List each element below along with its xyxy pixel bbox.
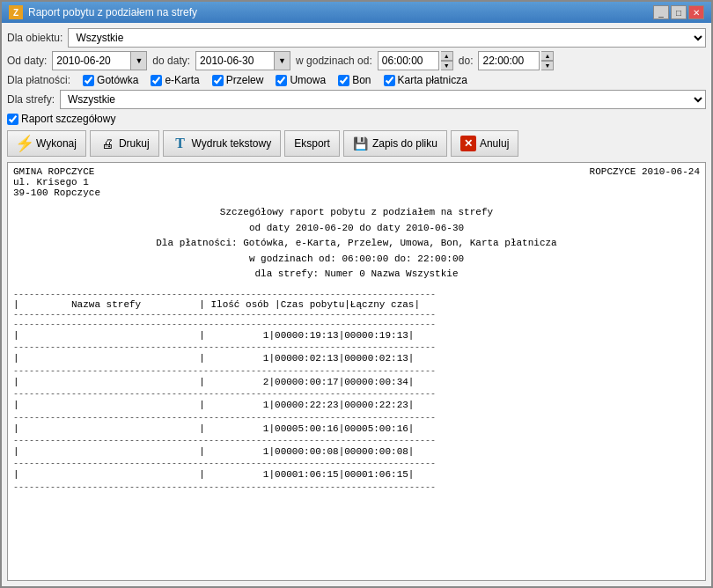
przelew-checkbox[interactable]: Przelew xyxy=(212,74,264,86)
row-separator-6: ----------------------------------------… xyxy=(13,459,700,468)
od-daty-arrow[interactable]: ▼ xyxy=(131,51,147,70)
row-separator-2: ----------------------------------------… xyxy=(13,366,700,376)
wykonaj-button[interactable]: ⚡ Wykonaj xyxy=(7,130,86,157)
title-line2: od daty 2010-06-20 do daty 2010-06-30 xyxy=(13,221,700,237)
do-time-input[interactable] xyxy=(478,51,540,70)
od-time-down[interactable]: ▼ xyxy=(441,61,453,70)
wykonaj-label: Wykonaj xyxy=(36,137,77,150)
report-date: ROPCZYCE 2010-06-24 xyxy=(590,166,700,198)
od-daty-label: Od daty: xyxy=(7,55,47,67)
table-row: | | 1|00000:00:08|00000:00:08| xyxy=(13,445,700,459)
od-time-group: ▲ ▼ xyxy=(378,51,453,70)
od-time-spin: ▲ ▼ xyxy=(441,51,453,70)
table-row: | | 1|00001:06:15|00001:06:15| xyxy=(13,468,700,481)
report-header: GMINA ROPCZYCE ul. Krisego 1 39-100 Ropc… xyxy=(13,166,700,198)
title-bar: Z Raport pobytu z podziałem na strefy _ … xyxy=(2,2,711,23)
minimize-button[interactable]: _ xyxy=(653,5,669,19)
printer-icon: 🖨 xyxy=(99,136,115,151)
table-row: | | 1|00000:19:13|00000:19:13| xyxy=(13,329,700,342)
raport-szczegoowy-checkbox[interactable]: Raport szczegółowy xyxy=(7,113,115,125)
od-daty-field: ▼ xyxy=(52,51,147,70)
w-godzinach-label: w godzinach od: xyxy=(296,55,372,67)
lightning-icon: ⚡ xyxy=(17,136,33,151)
karta-platnicza-checkbox[interactable]: Karta płatnicza xyxy=(384,74,467,86)
row-separator-3: ----------------------------------------… xyxy=(13,389,700,399)
do-daty-field: ▼ xyxy=(195,51,290,70)
dla-obiektu-select[interactable]: Wszystkie xyxy=(68,28,706,48)
close-button[interactable]: ✕ xyxy=(688,5,704,19)
content-area: Dla obiektu: Wszystkie Od daty: ▼ do dat… xyxy=(2,23,711,586)
drukuj-button[interactable]: 🖨 Drukuj xyxy=(90,130,159,157)
table-row: | | 1|00005:00:16|00005:00:16| xyxy=(13,423,700,436)
wydruk-tekstowy-button[interactable]: T Wydruk tekstowy xyxy=(163,130,282,157)
separator1: ----------------------------------------… xyxy=(13,290,700,299)
title-line1: Szczegółowy raport pobytu z podziałem na… xyxy=(13,205,700,221)
raport-szczegoowy-row: Raport szczegółowy xyxy=(7,113,706,125)
platnosci-row: Dla płatności: Gotówka e-Karta Przelew U… xyxy=(7,74,706,86)
report-date-text: ROPCZYCE 2010-06-24 xyxy=(590,166,700,177)
raport-szczegoowy-label: Raport szczegółowy xyxy=(21,113,115,125)
do-daty-input[interactable] xyxy=(195,51,275,70)
od-daty-input[interactable] xyxy=(52,51,131,70)
do-daty-label: do daty: xyxy=(152,55,190,67)
row-separator-1: ----------------------------------------… xyxy=(13,342,700,352)
title-line5: dla strefy: Numer 0 Nazwa Wszystkie xyxy=(13,267,700,283)
save-icon: 💾 xyxy=(353,136,369,151)
row-separator-5: ----------------------------------------… xyxy=(13,436,700,445)
row-separator-4: ----------------------------------------… xyxy=(13,413,700,423)
dla-strefy-select[interactable]: Wszystkie xyxy=(60,90,706,109)
od-time-input[interactable] xyxy=(378,51,439,70)
gotowka-checkbox[interactable]: Gotówka xyxy=(83,74,138,86)
company-line2: ul. Krisego 1 xyxy=(13,177,100,187)
report-rows: ----------------------------------------… xyxy=(13,320,700,492)
anuluj-button[interactable]: ✕ Anuluj xyxy=(451,130,518,157)
title-line4: w godzinach od: 06:00:00 do: 22:00:00 xyxy=(13,252,700,268)
table-row: | | 1|00000:02:13|00000:02:13| xyxy=(13,352,700,365)
maximize-button[interactable]: □ xyxy=(671,5,687,19)
text-icon: T xyxy=(173,136,188,151)
app-icon: Z xyxy=(9,5,23,19)
row-separator-final: ----------------------------------------… xyxy=(13,482,700,492)
do-time-spin: ▲ ▼ xyxy=(541,51,554,70)
dla-platnosci-label: Dla płatności: xyxy=(7,74,70,86)
row-separator-0: ----------------------------------------… xyxy=(13,320,700,329)
ekarta-checkbox[interactable]: e-Karta xyxy=(151,74,199,86)
title-line3: Dla płatności: Gotówka, e-Karta, Przelew… xyxy=(13,236,700,252)
toolbar: ⚡ Wykonaj 🖨 Drukuj T Wydruk tekstowy Eks… xyxy=(7,129,706,158)
company-line3: 39-100 Ropczyce xyxy=(13,187,100,198)
do-time-up[interactable]: ▲ xyxy=(541,51,554,61)
company-info: GMINA ROPCZYCE ul. Krisego 1 39-100 Ropc… xyxy=(13,166,100,198)
separator2: ----------------------------------------… xyxy=(13,310,700,320)
eksport-button[interactable]: Eksport xyxy=(284,130,340,157)
dla-obiektu-row: Dla obiektu: Wszystkie xyxy=(7,28,706,48)
title-buttons: _ □ ✕ xyxy=(653,5,704,19)
wydruk-tekstowy-label: Wydruk tekstowy xyxy=(192,137,272,150)
main-window: Z Raport pobytu z podziałem na strefy _ … xyxy=(0,0,713,588)
report-area[interactable]: GMINA ROPCZYCE ul. Krisego 1 39-100 Ropc… xyxy=(7,162,706,581)
table-row: | | 1|00000:22:23|00000:22:23| xyxy=(13,399,700,412)
report-title: Szczegółowy raport pobytu z podziałem na… xyxy=(13,205,700,283)
table-row: | | 2|00000:00:17|00000:00:34| xyxy=(13,376,700,389)
bon-checkbox[interactable]: Bon xyxy=(338,74,371,86)
dla-strefy-label: Dla strefy: xyxy=(7,93,55,106)
do-time-label: do: xyxy=(459,55,474,67)
anuluj-label: Anuluj xyxy=(480,137,509,150)
umowa-checkbox[interactable]: Umowa xyxy=(276,74,326,86)
do-time-group: ▲ ▼ xyxy=(478,51,554,70)
company-line1: GMINA ROPCZYCE xyxy=(13,166,100,177)
od-time-up[interactable]: ▲ xyxy=(441,51,453,61)
dla-obiektu-label: Dla obiektu: xyxy=(7,32,62,44)
eksport-label: Eksport xyxy=(294,137,330,150)
dates-row: Od daty: ▼ do daty: ▼ w godzinach od: ▲ … xyxy=(7,51,706,70)
zapis-do-pliku-label: Zapis do pliku xyxy=(372,137,437,150)
drukuj-label: Drukuj xyxy=(119,137,150,150)
window-title: Raport pobytu z podziałem na strefy xyxy=(28,6,197,18)
do-daty-arrow[interactable]: ▼ xyxy=(275,51,290,70)
do-time-down[interactable]: ▼ xyxy=(541,61,554,70)
table-header: | Nazwa strefy | Ilość osób |Czas pobytu… xyxy=(13,299,700,310)
title-bar-left: Z Raport pobytu z podziałem na strefy xyxy=(9,5,197,19)
zapis-do-pliku-button[interactable]: 💾 Zapis do pliku xyxy=(343,130,447,157)
x-icon: ✕ xyxy=(460,136,476,151)
dla-strefy-row: Dla strefy: Wszystkie xyxy=(7,90,706,109)
